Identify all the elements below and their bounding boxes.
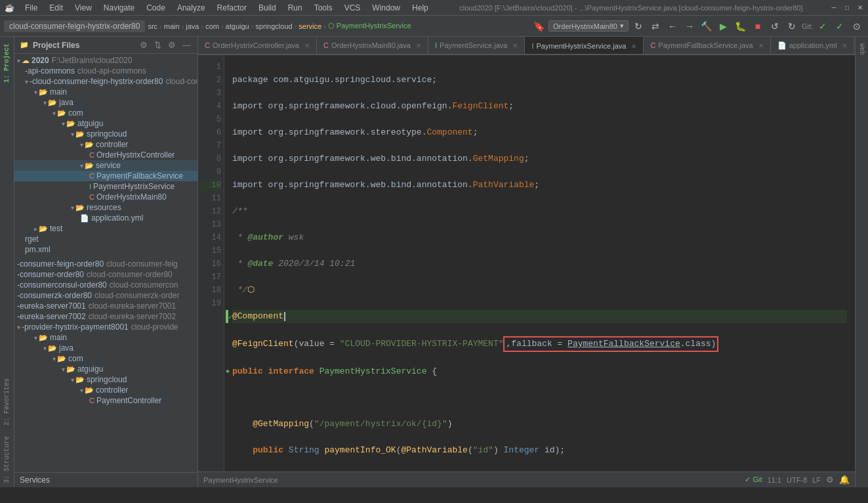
tree-orderhystrixcontroller[interactable]: C OrderHystrixController <box>14 150 197 160</box>
tree-main[interactable]: ▾ 📂 main <box>14 87 197 97</box>
notification-icon[interactable]: 🔔 <box>839 475 850 485</box>
sidebar-tab-project[interactable]: 1: Project <box>2 39 12 87</box>
tab-close-icon[interactable]: ✕ <box>631 43 636 50</box>
menu-code[interactable]: Code <box>141 2 171 14</box>
tree-application-yml[interactable]: 📄 application.yml <box>14 213 197 223</box>
tab-orderhystrixcontroller[interactable]: C OrderHystrixController.java ✕ <box>198 37 317 54</box>
tree-controller2[interactable]: ▾ 📂 controller <box>14 385 197 395</box>
tree-root[interactable]: ▾ ☁ 2020 F:\JetBrains\cloud2020 <box>14 55 197 66</box>
tree-consumer-hystrix[interactable]: ▾ -cloud-consumer-feign-hystrix-order80 … <box>14 76 197 87</box>
close-button[interactable]: ✕ <box>855 3 865 13</box>
tree-orderhystrixmain80[interactable]: C OrderHystrixMain80 <box>14 192 197 202</box>
tree-resources[interactable]: ▾ 📂 resources <box>14 202 197 213</box>
tree-paymentcontroller[interactable]: C PaymentController <box>14 395 197 406</box>
tree-rget[interactable]: rget <box>14 234 197 244</box>
debug-icon[interactable]: 🐛 <box>734 19 748 33</box>
tree-springcloud[interactable]: ▾ 📂 springcloud <box>14 129 197 139</box>
tab-paymenthystrixservice[interactable]: I PaymentHystrixService.java ✕ <box>525 37 644 54</box>
tree-eureka7002[interactable]: -eureka-server7002 cloud-eureka-server70… <box>14 311 197 322</box>
bc-springcloud[interactable]: springcloud <box>255 22 292 30</box>
tab-application-yml[interactable]: 📄 application.yml ✕ <box>771 37 855 54</box>
stop-icon[interactable]: ■ <box>751 19 765 33</box>
back-icon[interactable]: ← <box>665 19 680 33</box>
services-label[interactable]: Services <box>14 472 197 487</box>
tree-controller[interactable]: ▾ 📂 controller <box>14 139 197 150</box>
menu-help[interactable]: Help <box>407 2 434 14</box>
build-icon[interactable]: 🔨 <box>699 19 714 33</box>
panel-gear-icon[interactable]: ⚙ <box>167 39 177 51</box>
bc-src[interactable]: src <box>148 22 157 30</box>
bc-com[interactable]: com <box>205 22 219 30</box>
forward-icon[interactable]: → <box>682 19 697 33</box>
bookmark-icon[interactable]: 🔖 <box>531 19 546 33</box>
panel-settings-icon[interactable]: ⚙ <box>138 39 149 51</box>
tab-close-icon[interactable]: ✕ <box>758 42 764 49</box>
git-check-icon[interactable]: ✓ <box>816 19 830 33</box>
git-status-icon[interactable]: ✓ <box>833 19 847 33</box>
project-name[interactable]: cloud-consumer-feign-hystrix-order80 <box>4 20 145 32</box>
tree-atguigu[interactable]: ▾ 📂 atguigu <box>14 118 197 129</box>
menu-build[interactable]: Build <box>253 2 281 14</box>
bc-classname[interactable]: ⬡ PaymentHystrixService <box>328 22 411 30</box>
bc-atguigu[interactable]: atguigu <box>226 22 249 30</box>
menu-window[interactable]: Window <box>367 2 405 14</box>
menu-tools[interactable]: Tools <box>309 2 338 14</box>
minimize-button[interactable]: ─ <box>829 3 839 13</box>
refresh-icon[interactable]: ↻ <box>631 19 646 33</box>
menu-analyze[interactable]: Analyze <box>172 2 211 14</box>
tab-close-icon[interactable]: ✕ <box>304 42 310 49</box>
tab-icon: C <box>205 41 210 49</box>
tree-consumerconsul[interactable]: -consumerconsul-order80 cloud-consumerco… <box>14 280 197 290</box>
settings-icon[interactable]: ⚙ <box>826 475 834 485</box>
tab-paymentservice[interactable]: I PaymentService.java ✕ <box>428 37 525 54</box>
tree-test[interactable]: ▸ 📂 test <box>14 223 197 234</box>
tree-java[interactable]: ▾ 📂 java <box>14 97 197 108</box>
undo-icon[interactable]: ↺ <box>768 19 782 33</box>
tab-close-icon[interactable]: ✕ <box>416 42 421 49</box>
tree-main2[interactable]: ▾ 📂 main <box>14 332 197 343</box>
tree-com2[interactable]: ▾ 📂 com <box>14 353 197 364</box>
sidebar-tab-favorites[interactable]: 2: Favorites <box>2 374 12 429</box>
run-icon[interactable]: ▶ <box>716 19 731 33</box>
code-line-3: import org.springframework.stereotype.Co… <box>232 126 847 139</box>
sync-icon[interactable]: ⇄ <box>648 19 663 33</box>
tab-close-icon[interactable]: ✕ <box>842 42 847 49</box>
panel-sync-icon[interactable]: ⇅ <box>153 39 163 51</box>
menu-refactor[interactable]: Refactor <box>212 2 252 14</box>
menu-file[interactable]: File <box>20 2 43 14</box>
tree-consumer-order80b[interactable]: -consumer-order80 cloud-consumer-order80 <box>14 269 197 280</box>
panel-close-icon[interactable]: — <box>181 39 192 51</box>
tree-paymenthystrixservice[interactable]: I PaymentHystrixService <box>14 181 197 192</box>
tree-consumer-order80[interactable]: -consumer-feign-order80 cloud-consumer-f… <box>14 259 197 269</box>
menu-edit[interactable]: Edit <box>44 2 68 14</box>
bc-service[interactable]: service <box>299 22 321 30</box>
code-content[interactable]: package com.atguigu.springcloud.service;… <box>224 55 855 471</box>
redo-icon[interactable]: ↻ <box>785 19 799 33</box>
code-editor[interactable]: 12345 6789 10 1112131415 16171819 packag… <box>198 55 855 471</box>
tab-orderhystrixmain80[interactable]: C OrderHystrixMain80.java ✕ <box>317 37 428 54</box>
tree-provider-hystrix[interactable]: ▾ -provider-hystrix-payment8001 cloud-pr… <box>14 322 197 332</box>
tree-paymentfallbackservice[interactable]: C PaymentFallbackService <box>14 171 197 181</box>
tree-springcloud2[interactable]: ▾ 📂 springcloud <box>14 374 197 385</box>
bc-java[interactable]: java <box>186 22 199 30</box>
git-history-icon[interactable]: ⊙ <box>850 19 864 33</box>
branch-selector[interactable]: OrderHystrixMain80 ▾ <box>548 20 629 32</box>
maximize-button[interactable]: □ <box>842 3 852 13</box>
menu-view[interactable]: View <box>70 2 97 14</box>
tree-service-folder[interactable]: ▾ 📂 service <box>14 160 197 171</box>
tree-pom[interactable]: pm.xml <box>14 244 197 255</box>
tree-consumerzk[interactable]: -consumerzk-order80 cloud-consumerzk-ord… <box>14 290 197 301</box>
tree-api-commons[interactable]: -api-commons cloud-api-commons <box>14 66 197 76</box>
tree-java2[interactable]: ▾ 📂 java <box>14 343 197 353</box>
tab-paymentfallbackservice[interactable]: C PaymentFallbackService.java ✕ <box>644 37 770 54</box>
menu-vcs[interactable]: VCS <box>339 2 366 14</box>
web-tab[interactable]: Web <box>857 39 867 59</box>
tree-com[interactable]: ▾ 📂 com <box>14 108 197 118</box>
menu-navigate[interactable]: Navigate <box>98 2 140 14</box>
sidebar-tab-structure[interactable]: 3: Structure <box>2 432 12 487</box>
bc-main[interactable]: main <box>164 22 180 30</box>
tree-eureka7001[interactable]: -eureka-server7001 cloud-eureka-server70… <box>14 301 197 311</box>
tree-atguigu2[interactable]: ▾ 📂 atguigu <box>14 364 197 374</box>
tab-close-icon[interactable]: ✕ <box>512 42 518 49</box>
menu-run[interactable]: Run <box>283 2 308 14</box>
